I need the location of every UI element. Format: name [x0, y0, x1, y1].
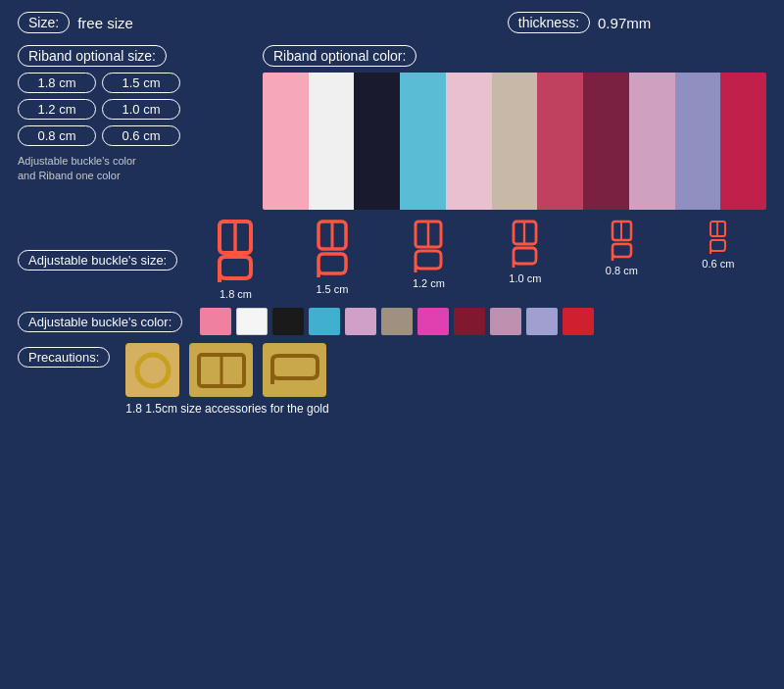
- swatch-10[interactable]: [563, 308, 594, 335]
- buckle-label-1: 1.5 cm: [316, 283, 348, 295]
- buckle-label-0: 1.8 cm: [220, 288, 252, 300]
- gold-ring: [125, 343, 179, 397]
- stripe-3: [400, 73, 446, 210]
- swatch-4[interactable]: [345, 308, 376, 335]
- buckle-size-label: Adjustable buckle's size:: [18, 250, 177, 271]
- slide-buckle-icon: [270, 353, 320, 388]
- stripe-5: [492, 73, 538, 210]
- swatch-0[interactable]: [200, 308, 231, 335]
- top-row: Size: free size thickness: 0.97mm: [18, 12, 766, 33]
- stripe-9: [675, 73, 721, 210]
- riband-size-title: Riband optional size:: [18, 47, 253, 65]
- rect-buckle-icon: [196, 352, 247, 389]
- buckle-bot-4: [611, 242, 633, 263]
- gold-buckle-rect-item: [189, 343, 253, 397]
- gold-caption: 1.8 1.5cm size accessories for the gold: [125, 402, 328, 416]
- size-options: 1.8 cm 1.5 cm 1.2 cm 1.0 cm 0.8 cm 0.6 c…: [18, 73, 253, 146]
- stripe-1: [309, 73, 355, 210]
- size-opt-5[interactable]: 0.6 cm: [102, 125, 180, 146]
- stripe-8: [629, 73, 675, 210]
- svg-point-12: [137, 355, 169, 386]
- buckle-top-2: [414, 220, 443, 249]
- thickness-section: thickness: 0.97mm: [392, 12, 766, 33]
- riband-note: Adjustable buckle's color and Riband one…: [18, 154, 253, 184]
- buckle-top-1: [316, 220, 349, 252]
- buckle-bot-3: [512, 246, 538, 271]
- buckle-col-5: 0.6 cm: [670, 220, 766, 300]
- size-opt-3[interactable]: 1.0 cm: [102, 99, 180, 120]
- buckle-top-0: [217, 220, 254, 255]
- buckle-bot-0: [217, 255, 254, 286]
- gold-ring-item: [125, 343, 179, 397]
- buckle-top-4: [611, 220, 633, 242]
- size-opt-0[interactable]: 1.8 cm: [18, 73, 96, 93]
- stripe-2: [354, 73, 400, 210]
- size-opt-2[interactable]: 1.2 cm: [18, 99, 96, 120]
- swatch-7[interactable]: [454, 308, 485, 335]
- precautions-label: Precautions:: [18, 347, 110, 368]
- size-value: free size: [77, 15, 133, 31]
- gold-buckle-rect: [189, 343, 253, 397]
- swatch-1[interactable]: [236, 308, 268, 335]
- color-stripes: [263, 73, 766, 210]
- size-section: Size: free size: [18, 12, 392, 33]
- riband-color-label: Riband optional color:: [263, 45, 416, 67]
- color-swatches: [200, 308, 594, 335]
- ring-icon: [133, 351, 172, 390]
- precautions-section: Precautions:: [18, 343, 766, 416]
- gold-accessories-row: [125, 343, 328, 397]
- buckle-col-2: 1.2 cm: [380, 220, 476, 300]
- buckle-bot-2: [414, 249, 443, 275]
- stripe-6: [537, 73, 583, 210]
- buckle-bot-1: [316, 252, 349, 281]
- stripe-10: [720, 73, 766, 210]
- swatch-8[interactable]: [490, 308, 521, 335]
- buckle-label-5: 0.6 cm: [702, 258, 734, 270]
- size-label: Size:: [18, 12, 70, 33]
- buckle-top-3: [512, 220, 538, 246]
- buckle-col-0: 1.8 cm: [187, 220, 283, 300]
- riband-size-label: Riband optional size:: [18, 45, 167, 67]
- size-opt-4[interactable]: 0.8 cm: [18, 125, 96, 146]
- buckles-container: 1.8 cm 1.5 cm: [187, 220, 766, 300]
- thickness-value: 0.97mm: [598, 15, 651, 31]
- buckle-color-section: Adjustable buckle's color:: [18, 308, 766, 335]
- buckle-size-section: Adjustable buckle's size: 1.8 cm: [18, 220, 766, 300]
- buckle-col-1: 1.5 cm: [284, 220, 380, 300]
- gold-slide-buckle: [263, 343, 326, 397]
- buckle-size-row: Adjustable buckle's size: 1.8 cm: [18, 220, 766, 300]
- buckle-top-5: [709, 220, 727, 238]
- size-opt-1[interactable]: 1.5 cm: [102, 73, 180, 93]
- swatch-9[interactable]: [526, 308, 558, 335]
- thickness-label: thickness:: [508, 12, 590, 33]
- precautions-content: 1.8 1.5cm size accessories for the gold: [125, 343, 328, 416]
- buckle-label-2: 1.2 cm: [413, 277, 445, 289]
- buckle-color-label: Adjustable buckle's color:: [18, 312, 182, 332]
- stripe-7: [583, 73, 629, 210]
- buckle-label-3: 1.0 cm: [509, 272, 541, 284]
- stripe-0: [263, 73, 309, 210]
- swatch-3[interactable]: [309, 308, 340, 335]
- riband-right: Riband optional color:: [263, 47, 766, 210]
- buckle-label-4: 0.8 cm: [606, 265, 638, 276]
- swatch-6[interactable]: [417, 308, 449, 335]
- buckle-col-4: 0.8 cm: [573, 220, 669, 300]
- swatch-2[interactable]: [272, 308, 304, 335]
- riband-left: Riband optional size: 1.8 cm 1.5 cm 1.2 …: [18, 47, 253, 210]
- riband-color-title: Riband optional color:: [263, 47, 766, 65]
- buckle-bot-5: [709, 238, 727, 256]
- buckle-col-3: 1.0 cm: [477, 220, 573, 300]
- stripe-4: [446, 73, 492, 210]
- riband-section-row: Riband optional size: 1.8 cm 1.5 cm 1.2 …: [18, 47, 766, 210]
- gold-slide-item: [263, 343, 326, 397]
- page: Size: free size thickness: 0.97mm Riband…: [0, 0, 784, 689]
- swatch-5[interactable]: [381, 308, 413, 335]
